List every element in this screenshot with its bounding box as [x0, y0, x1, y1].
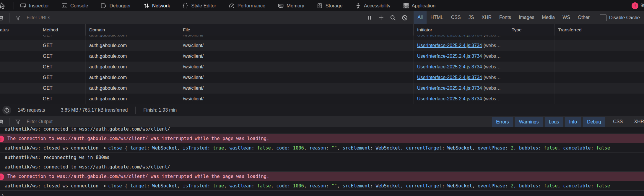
initiator-link[interactable]: UserInterface-2025.2.4.js:3734 — [417, 43, 482, 48]
memory-icon — [278, 3, 284, 9]
tab-performance[interactable]: Performance — [222, 0, 271, 11]
disable-cache-control[interactable]: Disable Cache — [597, 11, 640, 24]
column-header-initiator[interactable]: Initiator — [414, 24, 508, 36]
add-request-icon[interactable] — [375, 11, 387, 24]
object-preview-token: : — [147, 183, 152, 189]
tab-application[interactable]: Application — [397, 0, 442, 11]
object-preview-token: WebSocket — [447, 183, 472, 189]
object-preview-token: , — [224, 183, 230, 189]
block-requests-icon[interactable] — [399, 11, 410, 24]
object-preview-token: code — [277, 183, 287, 189]
debugger-icon — [100, 3, 107, 9]
request-filter-images[interactable]: Images — [515, 11, 538, 24]
initiator-cause: (webs… — [484, 64, 501, 70]
object-preview-token: , — [177, 145, 183, 151]
divider — [9, 118, 10, 126]
initiator-link[interactable]: UserInterface-2025.2.4.js:3734 — [417, 54, 482, 59]
request-filter-css[interactable]: CSS — [447, 11, 465, 24]
clear-requests-icon[interactable] — [0, 11, 6, 24]
tab-accessibility[interactable]: Accessibility — [349, 0, 397, 11]
tab-storage[interactable]: Storage — [310, 0, 349, 11]
initiator-link[interactable]: UserInterface-2025.2.4.js:3734 — [417, 64, 482, 70]
initiator-cause: (webs… — [484, 36, 501, 38]
console-filter-xhr[interactable]: XHR — [630, 116, 644, 127]
cell-domain: auth.gaboule.com — [86, 72, 179, 83]
expand-arrow-icon[interactable]: ▶ — [104, 184, 106, 188]
cell-domain: auth.gaboule.com — [86, 62, 179, 72]
cell-method: GET — [39, 94, 86, 104]
object-preview-token: cancelable — [563, 183, 591, 189]
tab-console[interactable]: Console — [55, 0, 95, 11]
disable-cache-checkbox[interactable] — [600, 15, 606, 21]
request-filter-ws[interactable]: WS — [559, 11, 574, 24]
column-header-atus[interactable]: atus — [0, 24, 39, 36]
console-input-chevron-icon[interactable]: ❯ — [1, 193, 4, 196]
filter-output-input[interactable] — [26, 119, 151, 125]
tab-inspector[interactable]: Inspector — [14, 0, 55, 11]
error-count-icon: ! — [632, 2, 638, 9]
request-type-filters: AllHTMLCSSJSXHRFontsImagesMediaWSOther — [414, 11, 593, 24]
column-header-domain[interactable]: Domain — [86, 24, 179, 36]
performance-analysis-icon[interactable] — [2, 106, 11, 115]
pause-traffic-icon[interactable] — [364, 11, 375, 24]
initiator-link[interactable]: UserInterface-2025.2.4.js:3734 — [417, 86, 482, 91]
search-icon[interactable] — [387, 11, 399, 24]
request-filter-html[interactable]: HTML — [427, 11, 447, 24]
cell-transferred — [554, 62, 644, 72]
cell-type — [508, 94, 554, 104]
column-header-transferred[interactable]: Transferred — [554, 24, 644, 36]
column-header-method[interactable]: Method — [39, 24, 86, 36]
element-picker-icon[interactable] — [0, 0, 14, 11]
object-preview-token: "" — [331, 145, 337, 151]
table-row[interactable]: GETauth.gaboule.com/ws/client/UserInterf… — [0, 51, 644, 62]
tool-tabs: InspectorConsoleDebuggerNetworkStyle Edi… — [14, 0, 442, 11]
cell-type — [508, 62, 554, 72]
column-header-file[interactable]: File — [179, 24, 414, 36]
request-filter-fonts[interactable]: Fonts — [495, 11, 515, 24]
tab-debugger[interactable]: Debugger — [94, 0, 137, 11]
object-preview-token: false — [257, 183, 271, 189]
initiator-link[interactable]: UserInterface-2025.2.4.js:3734 — [417, 75, 482, 80]
object-preview-token: , — [558, 183, 563, 189]
tab-memory[interactable]: Memory — [271, 0, 310, 11]
table-row[interactable]: GETauth.gaboule.com/ws/client/UserInterf… — [0, 94, 644, 104]
table-row[interactable]: GETauth.gaboule.com/ws/client/UserInterf… — [0, 72, 644, 83]
request-filter-media[interactable]: Media — [538, 11, 559, 24]
cell-initiator: UserInterface-2025.2.4.js:3734(webs… — [414, 72, 508, 83]
table-row[interactable]: GETauth.gaboule.com/ws/client/UserInterf… — [0, 40, 644, 51]
request-filter-other[interactable]: Other — [574, 11, 593, 24]
object-preview-token: WebSocket — [376, 183, 401, 189]
object-preview-token: "" — [331, 183, 337, 189]
console-filter-debug[interactable]: Debug — [583, 117, 605, 127]
tab-style-editor[interactable]: Style Editor — [176, 0, 222, 11]
table-row[interactable]: GETauth.gaboule.com/ws/client/UserInterf… — [0, 83, 644, 94]
console-filter-warnings[interactable]: Warnings — [515, 117, 543, 127]
object-preview-token: isTrusted — [183, 145, 207, 151]
object-preview-token: true — [213, 183, 224, 189]
filter-urls-input[interactable] — [26, 15, 151, 21]
console-filter-errors[interactable]: Errors — [492, 117, 513, 127]
initiator-link[interactable]: UserInterface-2025.2.4.js:3734 — [417, 96, 482, 102]
request-filter-all[interactable]: All — [414, 11, 427, 24]
console-message: authentik/ws: connected to wss://auth.ga… — [0, 162, 644, 172]
console-message: authentik/ws: connected to wss://auth.ga… — [0, 127, 644, 134]
request-filter-xhr[interactable]: XHR — [478, 11, 495, 24]
cell-transferred — [554, 51, 644, 62]
console-filter-logs[interactable]: Logs — [545, 117, 563, 127]
table-row[interactable]: GETauth.gaboule.com/ws/client/UserInterf… — [0, 36, 644, 40]
column-header-type[interactable]: Type — [508, 24, 554, 36]
expand-arrow-icon[interactable]: ▶ — [104, 146, 106, 150]
console-filter-css[interactable]: CSS — [609, 116, 627, 127]
object-preview-token: : — [442, 183, 448, 189]
request-filter-js[interactable]: JS — [465, 11, 478, 24]
console-filter-info[interactable]: Info — [565, 117, 581, 127]
object-preview-token: WebSocket — [447, 145, 472, 151]
object-preview-token: , — [304, 183, 310, 189]
object-preview-token: , — [401, 145, 406, 151]
tab-network[interactable]: Network — [137, 0, 176, 11]
object-preview-token: : — [442, 145, 448, 151]
table-row[interactable]: GETauth.gaboule.com/ws/client/UserInterf… — [0, 62, 644, 72]
clear-console-icon[interactable] — [0, 116, 6, 127]
object-preview-token: { — [122, 183, 130, 189]
initiator-link[interactable]: UserInterface-2025.2.4.js:3734 — [417, 36, 482, 38]
